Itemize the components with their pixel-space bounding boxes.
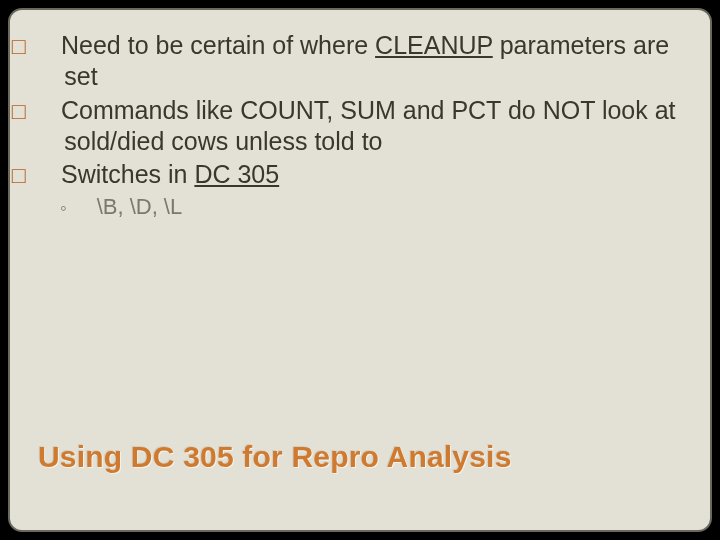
bullet-marker-icon: □ (38, 32, 61, 61)
bullet-text-link: CLEANUP (375, 31, 493, 59)
sub-bullet-item: ◦\B, \D, \L (38, 194, 682, 220)
bullet-marker-icon: □ (38, 161, 61, 190)
bullet-marker-icon: □ (38, 97, 61, 126)
sub-bullet-text: \B, \D, \L (97, 194, 183, 219)
bullet-text: Need to be certain of where (61, 31, 375, 59)
bullet-list: □Need to be certain of where CLEANUP par… (38, 30, 682, 220)
bullet-item: □Commands like COUNT, SUM and PCT do NOT… (38, 95, 682, 158)
slide-frame: □Need to be certain of where CLEANUP par… (8, 8, 712, 532)
bullet-text: Switches in (61, 160, 194, 188)
bullet-text-link: DC 305 (194, 160, 279, 188)
bullet-text: Commands like COUNT, SUM and PCT do NOT … (61, 96, 676, 155)
sub-bullet-marker-icon: ◦ (80, 197, 97, 219)
slide-title: Using DC 305 for Repro Analysis (38, 440, 682, 474)
bullet-item: □Need to be certain of where CLEANUP par… (38, 30, 682, 93)
bullet-item: □Switches in DC 305 (38, 159, 682, 190)
